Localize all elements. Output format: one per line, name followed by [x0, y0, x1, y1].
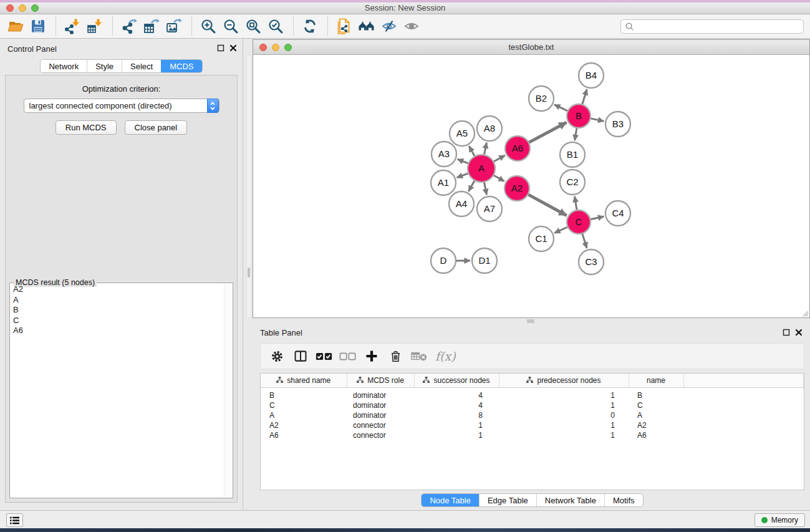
table-tab-edge-table[interactable]: Edge Table: [479, 494, 536, 506]
split-table-view-button[interactable]: [291, 346, 311, 366]
cell[interactable]: A2: [261, 420, 347, 430]
edge-A-A1[interactable]: [457, 173, 470, 178]
network-minimize-button[interactable]: [272, 44, 279, 51]
table-row[interactable]: A2connector11A2: [261, 420, 804, 430]
select-all-columns-button[interactable]: [314, 346, 334, 366]
table-tab-network-table[interactable]: Network Table: [536, 494, 604, 506]
edge-B-B4[interactable]: [582, 89, 587, 106]
edge-C-C4[interactable]: [589, 216, 604, 220]
edge-A2-C[interactable]: [527, 194, 567, 216]
add-column-button[interactable]: [362, 346, 382, 366]
import-network-button[interactable]: [62, 16, 82, 37]
optimization-criterion-select[interactable]: largest connected component (directed): [24, 99, 219, 113]
cell[interactable]: 1: [499, 430, 629, 440]
horizontal-scroll-thumb[interactable]: [527, 319, 534, 323]
edge-C-C3[interactable]: [582, 232, 587, 248]
tab-style[interactable]: Style: [87, 60, 122, 72]
column-header-successor-nodes[interactable]: successor nodes: [414, 374, 499, 387]
network-canvas[interactable]: AA1A2A3A4A5A6A7A8BB1B2B3B4CC1C2C3C4DD1: [253, 56, 809, 317]
edge-C-C2[interactable]: [575, 196, 577, 212]
cell[interactable]: 1: [414, 430, 499, 440]
mcds-result-list[interactable]: A2ABCA6: [11, 284, 223, 497]
close-panel-button[interactable]: Close panel: [125, 120, 188, 135]
cell[interactable]: 0: [499, 410, 629, 420]
memory-button[interactable]: Memory: [755, 513, 805, 527]
network-close-button[interactable]: [259, 44, 267, 51]
desktop-vertical-scrollbar[interactable]: [246, 55, 251, 318]
network-window-titlebar[interactable]: testGlobe.txt: [253, 40, 809, 55]
new-network-from-file-button[interactable]: [334, 16, 354, 37]
home-button[interactable]: [356, 16, 377, 37]
tab-network[interactable]: Network: [41, 60, 87, 72]
cell[interactable]: connector: [347, 430, 414, 440]
zoom-selected-button[interactable]: [265, 16, 286, 37]
hide-panels-button[interactable]: [378, 16, 399, 37]
node-table[interactable]: shared nameMCDS rolesuccessor nodesprede…: [261, 374, 804, 440]
zoom-out-button[interactable]: [220, 16, 241, 37]
result-scrollbar[interactable]: [224, 284, 232, 497]
cell[interactable]: A2: [629, 420, 683, 430]
export-network-button[interactable]: [118, 16, 139, 37]
search-input[interactable]: [634, 22, 799, 31]
column-header-name[interactable]: name: [629, 374, 683, 387]
network-graph[interactable]: AA1A2A3A4A5A6A7A8BB1B2B3B4CC1C2C3C4DD1: [253, 56, 809, 317]
float-table-panel-icon[interactable]: [783, 329, 790, 336]
table-row[interactable]: Cdominator41C: [261, 400, 804, 410]
edge-C-C1[interactable]: [554, 226, 569, 233]
cell[interactable]: 4: [414, 400, 499, 410]
save-session-button[interactable]: [27, 16, 48, 37]
tab-select[interactable]: Select: [122, 60, 161, 72]
delete-column-button[interactable]: [385, 346, 405, 366]
cell[interactable]: A6: [261, 430, 347, 440]
table-tab-node-table[interactable]: Node Table: [422, 494, 479, 506]
cell[interactable]: A: [629, 410, 683, 420]
edge-A-A3[interactable]: [458, 159, 470, 164]
edge-A6-B[interactable]: [528, 122, 567, 143]
edge-A-A8[interactable]: [484, 143, 486, 157]
close-table-panel-icon[interactable]: [795, 329, 803, 336]
float-panel-icon[interactable]: [217, 44, 224, 52]
table-tab-motifs[interactable]: Motifs: [604, 494, 643, 506]
edge-A-A4[interactable]: [468, 179, 475, 191]
resize-grip-icon[interactable]: [801, 309, 809, 317]
export-image-button[interactable]: [163, 16, 184, 37]
edge-A-A2[interactable]: [492, 175, 504, 181]
result-item-a[interactable]: A: [11, 295, 223, 306]
vertical-scroll-thumb[interactable]: [248, 268, 250, 278]
zoom-in-button[interactable]: [198, 16, 218, 37]
edge-A-A7[interactable]: [484, 181, 487, 195]
cell[interactable]: 1: [499, 420, 629, 430]
table-row[interactable]: Adominator80A: [261, 410, 804, 420]
close-panel-icon[interactable]: [229, 44, 237, 52]
edge-B-B1[interactable]: [575, 127, 577, 141]
search-box[interactable]: [620, 19, 804, 34]
result-item-c[interactable]: C: [11, 316, 223, 326]
result-item-a6[interactable]: A6: [11, 326, 223, 336]
tab-mcds[interactable]: MCDS: [161, 60, 201, 72]
import-table-button[interactable]: [84, 16, 105, 37]
network-zoom-button[interactable]: [284, 44, 292, 51]
cell[interactable]: dominator: [347, 387, 414, 400]
cell[interactable]: 1: [499, 400, 629, 410]
deselect-all-columns-button[interactable]: [338, 346, 358, 366]
export-table-button[interactable]: [141, 16, 162, 37]
function-builder-icon[interactable]: f(x): [433, 349, 456, 363]
cell[interactable]: dominator: [347, 410, 414, 420]
table-row[interactable]: A6connector11A6: [261, 430, 804, 440]
cell[interactable]: 4: [414, 387, 499, 400]
show-panels-button[interactable]: [401, 16, 422, 37]
cell[interactable]: A: [261, 410, 347, 420]
column-header-predecessor-nodes[interactable]: predecessor nodes: [499, 374, 629, 387]
open-session-button[interactable]: [5, 16, 26, 37]
edge-A-A6[interactable]: [493, 155, 505, 162]
cell[interactable]: B: [629, 387, 683, 400]
table-row[interactable]: Bdominator41B: [261, 387, 804, 400]
edge-B-B3[interactable]: [589, 118, 604, 121]
cell[interactable]: 1: [414, 420, 499, 430]
minimize-window-button[interactable]: [19, 4, 26, 12]
column-header-mcds-role[interactable]: MCDS role: [347, 374, 414, 387]
run-mcds-button[interactable]: Run MCDS: [55, 120, 117, 135]
cell[interactable]: C: [261, 400, 347, 410]
column-header-shared-name[interactable]: shared name: [261, 374, 347, 387]
show-panel-list-button[interactable]: [6, 513, 23, 527]
